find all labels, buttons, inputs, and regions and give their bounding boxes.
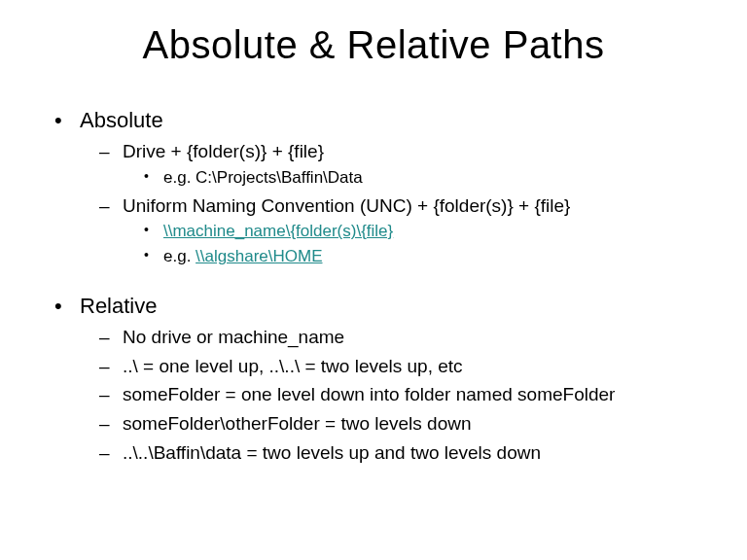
bullet-list-level1: Absolute Drive + {folder(s)} + {file} e.… <box>53 108 708 465</box>
list-item: Drive + {folder(s)} + {file} e.g. C:\Pro… <box>95 139 708 190</box>
list-item: ..\..\Baffin\data = two levels up and tw… <box>95 440 708 466</box>
list-item: someFolder = one level down into folder … <box>95 382 708 407</box>
bullet-list-level3: \\machine_name\{folder(s)\{file} e.g. \\… <box>140 221 708 268</box>
bullet-list-level2: No drive or machine_name ..\ = one level… <box>95 325 708 465</box>
unc-example-link[interactable]: \\algshare\HOME <box>196 247 322 265</box>
bullet-label: Relative <box>80 294 157 318</box>
item-text: someFolder = one level down into folder … <box>123 384 615 404</box>
slide: Absolute & Relative Paths Absolute Drive… <box>0 0 747 560</box>
bullet-relative: Relative No drive or machine_name ..\ = … <box>53 294 708 465</box>
list-item: e.g. \\algshare\HOME <box>140 246 708 268</box>
item-text: Uniform Naming Convention (UNC) + {folde… <box>123 195 570 216</box>
item-text: e.g. C:\Projects\Baffin\Data <box>163 168 363 187</box>
list-item: Uniform Naming Convention (UNC) + {folde… <box>95 193 708 269</box>
item-prefix: e.g. <box>163 247 196 265</box>
bullet-absolute: Absolute Drive + {folder(s)} + {file} e.… <box>53 108 708 268</box>
list-item: e.g. C:\Projects\Baffin\Data <box>140 167 708 190</box>
item-text: someFolder\otherFolder = two levels down <box>123 413 472 434</box>
item-text: No drive or machine_name <box>123 327 344 347</box>
slide-title: Absolute & Relative Paths <box>39 23 708 67</box>
list-item: \\machine_name\{folder(s)\{file} <box>140 221 708 243</box>
bullet-list-level3: e.g. C:\Projects\Baffin\Data <box>140 167 708 190</box>
slide-content: Absolute Drive + {folder(s)} + {file} e.… <box>39 108 708 465</box>
list-item: someFolder\otherFolder = two levels down <box>95 411 708 437</box>
item-text: ..\..\Baffin\data = two levels up and tw… <box>123 442 541 463</box>
list-item: ..\ = one level up, ..\..\ = two levels … <box>95 354 708 379</box>
bullet-list-level2: Drive + {folder(s)} + {file} e.g. C:\Pro… <box>95 139 708 268</box>
unc-format-link[interactable]: \\machine_name\{folder(s)\{file} <box>163 222 393 240</box>
item-text: ..\ = one level up, ..\..\ = two levels … <box>123 356 463 376</box>
item-text: Drive + {folder(s)} + {file} <box>123 141 324 161</box>
list-item: No drive or machine_name <box>95 325 708 350</box>
bullet-label: Absolute <box>80 108 163 132</box>
